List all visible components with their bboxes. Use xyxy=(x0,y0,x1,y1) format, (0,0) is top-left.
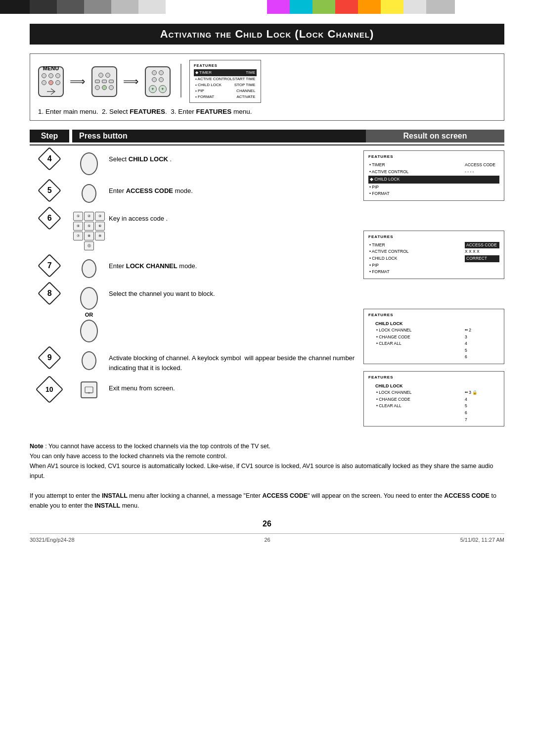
screen-4-row3-highlighted: ◆ CHILD LOCK xyxy=(368,176,499,184)
color-block-red xyxy=(335,0,358,14)
color-block-gray xyxy=(426,0,455,14)
step-btn-8: OR xyxy=(69,285,109,342)
step-header-result: Result on screen xyxy=(366,130,504,142)
step-num-7: 7 xyxy=(30,257,69,274)
step-row-8: 8 OR Select the channel you want to bloc… xyxy=(30,285,358,342)
screen-9-row2: • CHANGE CODE4 xyxy=(368,396,499,403)
page-wrapper: Activating the Child Lock (Lock Channel)… xyxy=(0,14,534,563)
step-row-4: 4 Select CHILD LOCK . xyxy=(30,150,358,175)
diagram-screen: FEATURES ◆ TIMERTIME • ACTIVE CONTROLSTA… xyxy=(189,60,261,103)
footer-left: 30321/Eng/p24-28 xyxy=(30,537,75,543)
screen-8-title: FEATURES xyxy=(368,312,499,319)
color-block-2 xyxy=(30,0,57,14)
step-row-7: 7 Enter LOCK CHANNEL mode. xyxy=(30,257,358,278)
color-block-1 xyxy=(0,0,30,14)
screen-step-4: FEATURES • TIMERACCESS CODE • ACTIVE CON… xyxy=(363,150,504,201)
step-circle-9: 9 xyxy=(38,346,61,370)
diagram-row-pip: • PIPCHANNEL xyxy=(194,88,257,94)
top-bar-right xyxy=(267,0,534,14)
color-block-3 xyxy=(57,0,84,14)
diagram-row-childlock: • CHILD LOCKSTOP TIME xyxy=(194,82,257,88)
diagram-row-format: • FORMATACTIVATE xyxy=(194,94,257,100)
screen-9-title: FEATURES xyxy=(368,375,499,381)
page-title: Activating the Child Lock (Lock Channel) xyxy=(30,24,504,45)
diagram-row-activectrl: • ACTIVE CONTROLSTART TIME xyxy=(194,76,257,82)
step-row-6: 6 ① ② ③ ④ ⑤ ⑥ ⑦ ⑧ ⑨ ⓪ xyxy=(30,210,358,250)
note-1: Note : You cannot have access to the loc… xyxy=(30,441,504,451)
color-block-orange xyxy=(358,0,381,14)
screen-9-row3: • CLEAR ALL5 xyxy=(368,403,499,410)
color-block-6 xyxy=(138,0,166,14)
oval-button-5 xyxy=(82,184,96,203)
color-block-ltgray xyxy=(403,0,426,14)
footer: 30321/Eng/p24-28 26 5/11/02, 11:27 AM xyxy=(30,533,504,543)
screen-8-row1: • LOCK CHANNEL•• 2 xyxy=(368,327,499,334)
steps-left: 4 Select CHILD LOCK . 5 xyxy=(30,150,363,433)
page-number: 26 xyxy=(30,520,504,528)
remote-diagram-3: + + xyxy=(145,66,171,97)
step-circle-8: 8 xyxy=(38,282,61,305)
remote-body-3: + + xyxy=(145,66,171,97)
step-text-9: Activate blocking of channel. A keylock … xyxy=(109,349,358,373)
menu-button-10 xyxy=(81,381,97,398)
step-circle-4: 4 xyxy=(38,147,61,171)
color-block-magenta xyxy=(267,0,290,14)
color-block-green xyxy=(312,0,335,14)
screen-4-row5: • FORMAT xyxy=(368,190,499,197)
note-4: If you attempt to enter the INSTALL menu… xyxy=(30,491,504,511)
screen-6-row1: • TIMER ACCESS CODE xyxy=(368,242,499,249)
step-num-6: 6 xyxy=(30,210,69,227)
step-diagram-instruction: 1. Enter main menu. 2. Select FEATURES. … xyxy=(38,108,496,115)
note-2: You can only have access to the locked c… xyxy=(30,451,504,461)
color-block-cyan xyxy=(290,0,312,14)
screen-8-row4: 5 xyxy=(368,347,499,354)
step-diagram-box: MENU xyxy=(30,53,504,121)
steps-area: 4 Select CHILD LOCK . 5 xyxy=(30,150,504,433)
step-header-press: Press button xyxy=(72,130,366,142)
separator-line xyxy=(179,64,182,99)
screen-6-row3: • CHILD LOCK CORRECT xyxy=(368,255,499,262)
screen-6-row5: • FORMAT xyxy=(368,269,499,276)
oval-button-4 xyxy=(80,152,98,175)
screen-step-8: FEATURES CHILD LOCK • LOCK CHANNEL•• 2 •… xyxy=(363,309,504,364)
step-circle-5: 5 xyxy=(38,179,61,202)
step-header-row: Step Press button Result on screen xyxy=(30,130,504,145)
screen-8-row3: • CLEAR ALL4 xyxy=(368,340,499,347)
step-circle-10: 10 xyxy=(36,376,64,404)
remote-diagram-2 xyxy=(91,66,117,97)
steps-right: FEATURES • TIMERACCESS CODE • ACTIVE CON… xyxy=(363,150,504,433)
screen-8-row5: 6 xyxy=(368,354,499,361)
step-text-8: Select the channel you want to block. xyxy=(109,285,358,299)
step-num-10: 10 xyxy=(30,379,69,399)
screen-4-row4: • PIP xyxy=(368,184,499,191)
oval-button-7 xyxy=(82,259,96,278)
step-text-4: Select CHILD LOCK . xyxy=(109,150,358,164)
oval-button-8b xyxy=(80,320,98,342)
screen-9-row4: 6 xyxy=(368,410,499,417)
top-bar-left xyxy=(0,0,267,14)
step-btn-6: ① ② ③ ④ ⑤ ⑥ ⑦ ⑧ ⑨ ⓪ xyxy=(69,210,109,250)
spacer-step-7 xyxy=(363,286,504,309)
screen-6-title: FEATURES xyxy=(368,234,499,240)
step-text-6: Key in access code . xyxy=(109,210,358,224)
step-btn-5 xyxy=(69,182,109,203)
screen-step-6: FEATURES • TIMER ACCESS CODE • ACTIVE CO… xyxy=(363,231,504,279)
numpad-6: ① ② ③ ④ ⑤ ⑥ ⑦ ⑧ ⑨ ⓪ xyxy=(73,212,105,250)
step-row-10: 10 Exit menu from screen. xyxy=(30,379,358,399)
step-row-9: 9 Activate blocking of channel. A keyloc… xyxy=(30,349,358,373)
screen-9-subtitle: CHILD LOCK xyxy=(368,382,499,389)
screen-6-row4: • PIP xyxy=(368,262,499,269)
step-num-8: 8 xyxy=(30,285,69,302)
color-block-5 xyxy=(111,0,138,14)
step-btn-7 xyxy=(69,257,109,278)
screen-4-row2: • ACTIVE CONTROL- - - - xyxy=(368,169,499,176)
screen-4-title: FEATURES xyxy=(368,154,499,160)
svg-rect-1 xyxy=(85,387,93,393)
screen-8-subtitle: CHILD LOCK xyxy=(368,320,499,327)
diagram-row-timer: ◆ TIMERTIME xyxy=(194,69,257,76)
step-text-7: Enter LOCK CHANNEL mode. xyxy=(109,257,358,271)
screen-6-row2: • ACTIVE CONTROLX X X X xyxy=(368,248,499,255)
top-color-bar xyxy=(0,0,534,14)
remote-diagram-1: MENU xyxy=(38,66,64,97)
step-circle-7: 7 xyxy=(38,254,61,278)
